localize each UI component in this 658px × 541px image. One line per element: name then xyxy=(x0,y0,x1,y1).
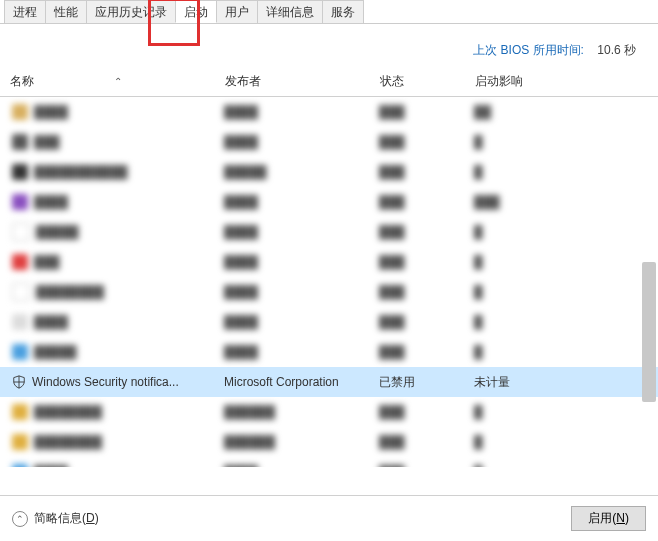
tab-users[interactable]: 用户 xyxy=(216,0,258,23)
item-status: 已禁用 xyxy=(379,374,474,391)
bios-time-value: 10.6 秒 xyxy=(597,43,636,57)
tab-processes[interactable]: 进程 xyxy=(4,0,46,23)
tab-bar: 进程 性能 应用历史记录 启动 用户 详细信息 服务 xyxy=(0,0,658,24)
list-item[interactable]: █████████████ xyxy=(0,97,658,127)
chevron-up-icon: ⌃ xyxy=(12,511,28,527)
col-header-impact[interactable]: 启动影响 xyxy=(475,73,595,90)
tab-app-history[interactable]: 应用历史记录 xyxy=(86,0,176,23)
brief-info-link[interactable]: ⌃ 简略信息(D) xyxy=(12,510,99,527)
tab-performance[interactable]: 性能 xyxy=(45,0,87,23)
item-name: Windows Security notifica... xyxy=(32,375,179,389)
column-headers: 名称 ⌃ 发布者 状态 启动影响 xyxy=(0,69,658,97)
col-header-name[interactable]: 名称 ⌃ xyxy=(10,73,225,90)
tab-startup[interactable]: 启动 xyxy=(175,0,217,23)
list-item-selected[interactable]: Windows Security notifica... Microsoft C… xyxy=(0,367,658,397)
list-item[interactable]: ████████████████████ xyxy=(0,157,658,187)
tab-details[interactable]: 详细信息 xyxy=(257,0,323,23)
startup-list: █████████████ ███████████ ██████████████… xyxy=(0,97,658,467)
list-item[interactable]: ████████████ xyxy=(0,307,658,337)
sort-indicator-icon: ⌃ xyxy=(114,76,122,87)
list-item[interactable]: ██████████████ xyxy=(0,187,658,217)
enable-button[interactable]: 启用(N) xyxy=(571,506,646,531)
list-item[interactable]: ██████████████████ xyxy=(0,397,658,427)
col-header-status[interactable]: 状态 xyxy=(380,73,475,90)
tab-services[interactable]: 服务 xyxy=(322,0,364,23)
list-item[interactable]: █████████████ xyxy=(0,337,658,367)
list-item[interactable]: ███████████ xyxy=(0,247,658,277)
item-publisher: Microsoft Corporation xyxy=(224,375,379,389)
scrollbar-thumb[interactable] xyxy=(642,262,656,402)
bios-time-label: 上次 BIOS 所用时间: xyxy=(473,43,584,57)
shield-icon xyxy=(12,375,26,389)
bios-time-bar: 上次 BIOS 所用时间: 10.6 秒 xyxy=(0,24,658,69)
footer-bar: ⌃ 简略信息(D) 启用(N) xyxy=(0,495,658,541)
list-item[interactable]: ███████████ xyxy=(0,127,658,157)
list-item[interactable]: █████████████ xyxy=(0,217,658,247)
list-item[interactable]: ████████████ xyxy=(0,457,658,467)
list-item[interactable]: ████████████████ xyxy=(0,277,658,307)
item-impact: 未计量 xyxy=(474,374,594,391)
list-item[interactable]: ██████████████████ xyxy=(0,427,658,457)
col-header-publisher[interactable]: 发布者 xyxy=(225,73,380,90)
